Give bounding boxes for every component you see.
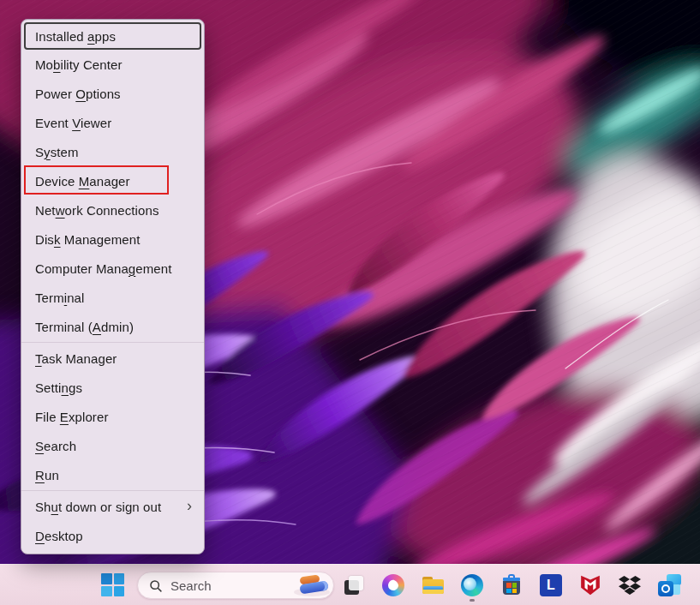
microsoft-store-icon[interactable]	[494, 568, 529, 602]
start-logo-pane	[101, 586, 112, 597]
menu-item-task-manager[interactable]: Task Manager	[21, 344, 204, 373]
menu-item-label: System	[35, 145, 79, 159]
taskbar-search-box[interactable]: Search	[137, 572, 334, 599]
menu-item-label: Event Viewer	[35, 116, 111, 130]
menu-item-disk-management[interactable]: Disk Management	[21, 225, 204, 254]
dropbox-icon[interactable]	[613, 568, 647, 602]
menu-item-search[interactable]: Search	[21, 431, 204, 460]
menu-item-label: Shut down or sign out	[35, 500, 161, 514]
menu-item-label: Installed apps	[35, 29, 116, 44]
search-placeholder: Search	[171, 578, 212, 593]
menu-item-device-manager[interactable]: Device Manager	[21, 166, 204, 195]
search-icon	[148, 578, 163, 593]
menu-item-run[interactable]: Run	[21, 460, 204, 489]
menu-item-label: Device Manager	[35, 174, 130, 189]
menu-item-label: Desktop	[35, 529, 83, 543]
menu-item-label: Terminal (Admin)	[35, 320, 134, 334]
menu-item-label: Task Manager	[35, 351, 117, 366]
start-logo-pane	[114, 586, 125, 597]
menu-item-label: Terminal	[35, 291, 85, 305]
edge-icon[interactable]	[455, 568, 489, 602]
l-app-letter: L	[547, 578, 555, 593]
task-view-icon[interactable]	[337, 568, 371, 602]
taskbar-pinned-icons: L	[337, 568, 686, 602]
start-logo-pane	[101, 573, 112, 584]
menu-item-system[interactable]: System	[21, 137, 204, 166]
menu-item-installed-apps[interactable]: Installed apps	[24, 22, 201, 50]
menu-item-shut-down-or-sign-out[interactable]: Shut down or sign out›	[21, 492, 204, 521]
menu-item-label: Search	[35, 439, 76, 453]
running-indicator	[470, 599, 475, 602]
menu-item-label: Run	[35, 468, 59, 482]
menu-item-label: Power Options	[35, 87, 121, 101]
menu-item-label: Computer Management	[35, 261, 172, 276]
menu-item-computer-management[interactable]: Computer Management	[21, 254, 204, 283]
start-button[interactable]	[101, 573, 124, 596]
menu-item-settings[interactable]: Settings	[21, 373, 204, 402]
menu-item-label: Network Connections	[35, 203, 159, 218]
menu-separator	[21, 490, 204, 491]
copilot-icon[interactable]	[376, 568, 410, 602]
desktop: Installed appsMobility CenterPower Optio…	[0, 0, 700, 605]
menu-item-label: Disk Management	[35, 232, 140, 247]
search-highlight-image	[293, 573, 331, 597]
menu-item-terminal[interactable]: Terminal	[21, 283, 204, 312]
outlook-icon[interactable]	[652, 568, 686, 602]
taskbar: Search L	[0, 564, 700, 605]
file-explorer-icon[interactable]	[416, 568, 450, 602]
submenu-chevron-icon: ›	[187, 498, 192, 513]
menu-item-label: File Explorer	[35, 410, 109, 424]
menu-item-power-options[interactable]: Power Options	[21, 79, 204, 108]
menu-item-terminal-admin[interactable]: Terminal (Admin)	[21, 312, 204, 341]
menu-item-event-viewer[interactable]: Event Viewer	[21, 108, 204, 137]
menu-item-file-explorer[interactable]: File Explorer	[21, 402, 204, 431]
menu-item-desktop[interactable]: Desktop	[21, 521, 204, 550]
winx-menu: Installed appsMobility CenterPower Optio…	[21, 19, 205, 554]
menu-item-mobility-center[interactable]: Mobility Center	[21, 50, 204, 79]
start-logo-pane	[114, 573, 125, 584]
menu-item-label: Mobility Center	[35, 57, 123, 72]
menu-item-network-connections[interactable]: Network Connections	[21, 195, 204, 225]
menu-separator	[21, 342, 204, 343]
menu-item-label: Settings	[35, 380, 82, 395]
mcafee-icon[interactable]	[573, 568, 607, 602]
l-app-icon[interactable]: L	[534, 568, 568, 602]
